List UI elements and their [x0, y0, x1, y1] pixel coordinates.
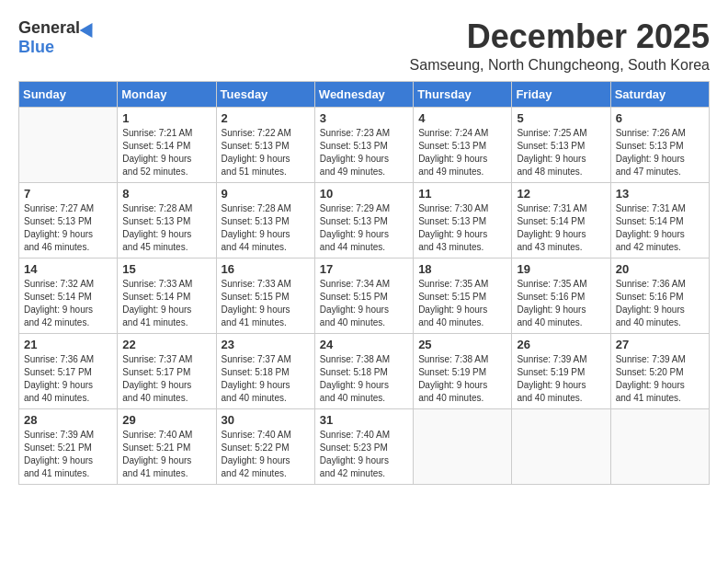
calendar-cell: 30Sunrise: 7:40 AMSunset: 5:22 PMDayligh…	[216, 408, 314, 484]
day-info: Sunrise: 7:24 AMSunset: 5:13 PMDaylight:…	[418, 127, 506, 178]
calendar-cell: 6Sunrise: 7:26 AMSunset: 5:13 PMDaylight…	[610, 107, 709, 182]
day-info: Sunrise: 7:40 AMSunset: 5:22 PMDaylight:…	[222, 429, 310, 480]
weekday-header-saturday: Saturday	[610, 81, 709, 107]
calendar-cell: 5Sunrise: 7:25 AMSunset: 5:13 PMDaylight…	[512, 107, 610, 182]
day-number: 4	[418, 111, 506, 125]
day-number: 23	[222, 338, 310, 351]
calendar-week-row: 21Sunrise: 7:36 AMSunset: 5:17 PMDayligh…	[19, 333, 710, 408]
location-title: Samseung, North Chungcheong, South Korea	[410, 57, 710, 74]
day-number: 17	[320, 262, 408, 276]
calendar-cell	[610, 408, 709, 484]
calendar-cell	[19, 107, 118, 182]
logo-general-text: General	[18, 18, 80, 38]
calendar-cell: 27Sunrise: 7:39 AMSunset: 5:20 PMDayligh…	[610, 333, 709, 408]
calendar-cell: 29Sunrise: 7:40 AMSunset: 5:21 PMDayligh…	[118, 408, 216, 484]
calendar-cell: 19Sunrise: 7:35 AMSunset: 5:16 PMDayligh…	[512, 258, 610, 333]
logo-triangle-icon	[80, 18, 99, 37]
day-info: Sunrise: 7:39 AMSunset: 5:19 PMDaylight:…	[517, 353, 605, 405]
day-number: 2	[222, 111, 310, 125]
month-title: December 2025	[410, 18, 710, 55]
day-info: Sunrise: 7:29 AMSunset: 5:13 PMDaylight:…	[320, 202, 408, 254]
day-info: Sunrise: 7:37 AMSunset: 5:18 PMDaylight:…	[222, 353, 310, 405]
calendar-cell: 23Sunrise: 7:37 AMSunset: 5:18 PMDayligh…	[216, 333, 314, 408]
calendar-cell: 12Sunrise: 7:31 AMSunset: 5:14 PMDayligh…	[512, 182, 610, 258]
day-info: Sunrise: 7:37 AMSunset: 5:17 PMDaylight:…	[122, 353, 210, 405]
day-number: 5	[517, 111, 605, 125]
day-info: Sunrise: 7:22 AMSunset: 5:13 PMDaylight:…	[222, 127, 310, 178]
weekday-header-wednesday: Wednesday	[314, 81, 413, 107]
day-number: 14	[24, 262, 112, 276]
weekday-header-thursday: Thursday	[414, 81, 512, 107]
calendar-cell: 16Sunrise: 7:33 AMSunset: 5:15 PMDayligh…	[216, 258, 314, 333]
day-number: 27	[616, 338, 704, 351]
day-info: Sunrise: 7:28 AMSunset: 5:13 PMDaylight:…	[122, 202, 210, 254]
day-number: 9	[222, 187, 310, 201]
day-number: 13	[616, 187, 704, 201]
calendar-cell: 13Sunrise: 7:31 AMSunset: 5:14 PMDayligh…	[610, 182, 709, 258]
calendar-cell: 21Sunrise: 7:36 AMSunset: 5:17 PMDayligh…	[19, 333, 118, 408]
logo: General Blue	[18, 18, 97, 57]
logo-blue-text: Blue	[18, 38, 54, 57]
day-number: 25	[418, 338, 506, 351]
weekday-header-monday: Monday	[118, 81, 216, 107]
calendar-cell: 8Sunrise: 7:28 AMSunset: 5:13 PMDaylight…	[118, 182, 216, 258]
calendar-cell: 14Sunrise: 7:32 AMSunset: 5:14 PMDayligh…	[19, 258, 118, 333]
day-number: 16	[222, 262, 310, 276]
calendar-cell: 31Sunrise: 7:40 AMSunset: 5:23 PMDayligh…	[314, 408, 413, 484]
day-number: 1	[122, 111, 210, 125]
calendar-cell: 25Sunrise: 7:38 AMSunset: 5:19 PMDayligh…	[414, 333, 512, 408]
calendar-cell: 15Sunrise: 7:33 AMSunset: 5:14 PMDayligh…	[118, 258, 216, 333]
day-info: Sunrise: 7:33 AMSunset: 5:14 PMDaylight:…	[122, 278, 210, 329]
page-header: General Blue December 2025 Samseung, Nor…	[18, 18, 710, 74]
day-number: 8	[122, 187, 210, 201]
calendar-cell: 18Sunrise: 7:35 AMSunset: 5:15 PMDayligh…	[414, 258, 512, 333]
calendar-week-row: 7Sunrise: 7:27 AMSunset: 5:13 PMDaylight…	[19, 182, 710, 258]
weekday-header-row: SundayMondayTuesdayWednesdayThursdayFrid…	[19, 81, 710, 107]
weekday-header-tuesday: Tuesday	[216, 81, 314, 107]
day-info: Sunrise: 7:39 AMSunset: 5:20 PMDaylight:…	[616, 353, 704, 405]
calendar-cell: 24Sunrise: 7:38 AMSunset: 5:18 PMDayligh…	[314, 333, 413, 408]
day-info: Sunrise: 7:39 AMSunset: 5:21 PMDaylight:…	[24, 429, 112, 480]
day-info: Sunrise: 7:38 AMSunset: 5:18 PMDaylight:…	[320, 353, 408, 405]
calendar-cell: 17Sunrise: 7:34 AMSunset: 5:15 PMDayligh…	[314, 258, 413, 333]
day-info: Sunrise: 7:31 AMSunset: 5:14 PMDaylight:…	[517, 202, 605, 254]
day-number: 15	[122, 262, 210, 276]
calendar-table: SundayMondayTuesdayWednesdayThursdayFrid…	[18, 81, 710, 485]
day-info: Sunrise: 7:28 AMSunset: 5:13 PMDaylight:…	[222, 202, 310, 254]
day-info: Sunrise: 7:32 AMSunset: 5:14 PMDaylight:…	[24, 278, 112, 329]
title-area: December 2025 Samseung, North Chungcheon…	[410, 18, 710, 74]
day-info: Sunrise: 7:23 AMSunset: 5:13 PMDaylight:…	[320, 127, 408, 178]
day-info: Sunrise: 7:21 AMSunset: 5:14 PMDaylight:…	[122, 127, 210, 178]
calendar-cell: 11Sunrise: 7:30 AMSunset: 5:13 PMDayligh…	[414, 182, 512, 258]
day-number: 31	[320, 413, 408, 427]
day-info: Sunrise: 7:40 AMSunset: 5:21 PMDaylight:…	[122, 429, 210, 480]
calendar-cell: 9Sunrise: 7:28 AMSunset: 5:13 PMDaylight…	[216, 182, 314, 258]
calendar-cell: 22Sunrise: 7:37 AMSunset: 5:17 PMDayligh…	[118, 333, 216, 408]
day-number: 11	[418, 187, 506, 201]
day-info: Sunrise: 7:36 AMSunset: 5:16 PMDaylight:…	[616, 278, 704, 329]
calendar-cell: 26Sunrise: 7:39 AMSunset: 5:19 PMDayligh…	[512, 333, 610, 408]
calendar-cell: 20Sunrise: 7:36 AMSunset: 5:16 PMDayligh…	[610, 258, 709, 333]
day-info: Sunrise: 7:35 AMSunset: 5:15 PMDaylight:…	[418, 278, 506, 329]
day-info: Sunrise: 7:38 AMSunset: 5:19 PMDaylight:…	[418, 353, 506, 405]
day-info: Sunrise: 7:35 AMSunset: 5:16 PMDaylight:…	[517, 278, 605, 329]
day-info: Sunrise: 7:27 AMSunset: 5:13 PMDaylight:…	[24, 202, 112, 254]
calendar-cell	[414, 408, 512, 484]
day-number: 22	[122, 338, 210, 351]
calendar-cell: 7Sunrise: 7:27 AMSunset: 5:13 PMDaylight…	[19, 182, 118, 258]
calendar-cell: 4Sunrise: 7:24 AMSunset: 5:13 PMDaylight…	[414, 107, 512, 182]
day-info: Sunrise: 7:25 AMSunset: 5:13 PMDaylight:…	[517, 127, 605, 178]
calendar-cell	[512, 408, 610, 484]
day-info: Sunrise: 7:40 AMSunset: 5:23 PMDaylight:…	[320, 429, 408, 480]
day-number: 19	[517, 262, 605, 276]
calendar-week-row: 28Sunrise: 7:39 AMSunset: 5:21 PMDayligh…	[19, 408, 710, 484]
calendar-cell: 1Sunrise: 7:21 AMSunset: 5:14 PMDaylight…	[118, 107, 216, 182]
calendar-week-row: 1Sunrise: 7:21 AMSunset: 5:14 PMDaylight…	[19, 107, 710, 182]
day-number: 28	[24, 413, 112, 427]
day-number: 21	[24, 338, 112, 351]
calendar-cell: 10Sunrise: 7:29 AMSunset: 5:13 PMDayligh…	[314, 182, 413, 258]
weekday-header-friday: Friday	[512, 81, 610, 107]
day-number: 30	[222, 413, 310, 427]
day-number: 3	[320, 111, 408, 125]
day-number: 6	[616, 111, 704, 125]
